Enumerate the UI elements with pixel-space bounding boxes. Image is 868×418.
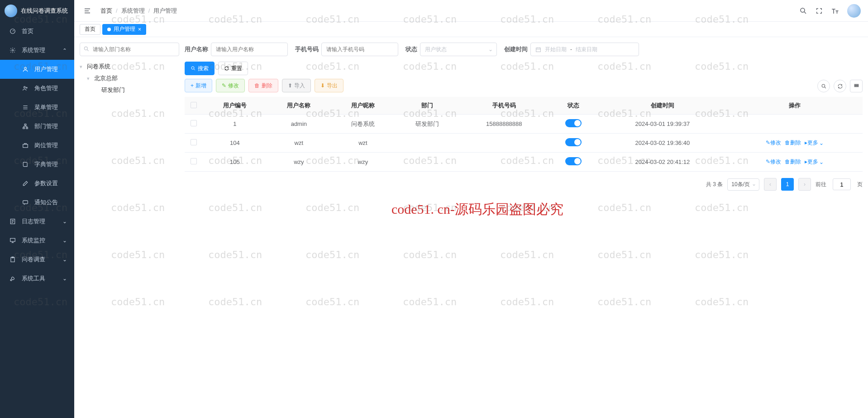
status-switch[interactable] — [565, 119, 582, 127]
svg-point-17 — [191, 67, 194, 69]
breadcrumb-home[interactable]: 首页 — [100, 7, 112, 15]
cell-dept — [395, 134, 459, 153]
chevron-down-icon: ⌄ — [62, 275, 67, 282]
row-checkbox[interactable] — [191, 158, 197, 164]
sidebar-item-user-manage[interactable]: 用户管理 — [0, 60, 74, 79]
users-icon — [22, 85, 29, 91]
col-status: 状态 — [549, 97, 598, 115]
row-more-link[interactable]: ▸更多 — [805, 139, 824, 147]
sidebar-item-label: 参数设置 — [34, 179, 58, 187]
cell-nickname: wzt — [331, 134, 395, 153]
cell-createtime: 2024-03-02 20:41:12 — [598, 153, 727, 172]
delete-button[interactable]: 🗑删除 — [248, 79, 278, 92]
svg-rect-22 — [854, 86, 855, 86]
date-range-picker[interactable]: 开始日期 - 结束日期 — [530, 43, 639, 56]
cell-dept — [395, 153, 459, 172]
dept-search-input[interactable] — [80, 43, 179, 56]
download-icon: ⬇ — [320, 82, 325, 89]
chevron-down-icon: ⌄ — [62, 256, 67, 263]
search-icon[interactable] — [799, 7, 807, 15]
avatar[interactable] — [847, 4, 861, 18]
refresh-icon — [224, 66, 229, 71]
col-username: 用户名称 — [267, 97, 331, 115]
svg-point-15 — [84, 47, 87, 50]
hide-search-icon[interactable] — [817, 80, 830, 92]
row-edit-link[interactable]: ✎修改 — [766, 158, 781, 166]
add-button[interactable]: +新增 — [185, 79, 212, 92]
fullscreen-icon[interactable] — [816, 7, 823, 14]
clipboard-icon — [9, 256, 16, 263]
row-delete-link[interactable]: 🗑删除 — [785, 158, 801, 166]
edit-icon — [22, 180, 29, 187]
tree-node-root[interactable]: ▾ 问卷系统 — [80, 61, 179, 72]
sitemap-icon — [22, 123, 29, 130]
page-size-select[interactable]: 10条/页 — [727, 178, 759, 191]
cell-username: wzt — [267, 134, 331, 153]
svg-point-3 — [24, 86, 26, 88]
sidebar-item-role-manage[interactable]: 角色管理 — [0, 79, 74, 98]
row-edit-link[interactable]: ✎修改 — [766, 139, 781, 147]
row-more-link[interactable]: ▸更多 — [805, 158, 824, 166]
cell-username: admin — [267, 115, 331, 134]
col-dept: 部门 — [395, 97, 459, 115]
export-button[interactable]: ⬇导出 — [315, 79, 343, 92]
tree-node[interactable]: 研发部门 — [94, 84, 179, 96]
caret-down-icon: ▾ — [87, 76, 92, 82]
sidebar-item-notice[interactable]: 通知公告 — [0, 193, 74, 212]
row-delete-link[interactable]: 🗑删除 — [785, 139, 801, 147]
row-checkbox[interactable] — [191, 120, 197, 126]
svg-rect-24 — [857, 86, 858, 86]
svg-point-2 — [24, 67, 27, 69]
import-button[interactable]: ⬆导入 — [282, 79, 311, 92]
edit-button[interactable]: ✎修改 — [216, 79, 245, 92]
tree-node[interactable]: ▾ 北京总部 — [87, 72, 179, 84]
columns-icon[interactable] — [850, 80, 863, 92]
sidebar-item-system-tools[interactable]: 系统工具 ⌄ — [0, 269, 74, 288]
sidebar-item-param-set[interactable]: 参数设置 — [0, 174, 74, 193]
sidebar-item-menu-manage[interactable]: 菜单管理 — [0, 98, 74, 117]
col-phone: 手机号码 — [459, 97, 549, 115]
sidebar-item-survey[interactable]: 问卷调查 ⌄ — [0, 250, 74, 269]
breadcrumb: 首页 / 系统管理 / 用户管理 — [100, 7, 799, 15]
status-switch[interactable] — [565, 138, 582, 146]
tab-home[interactable]: 首页 — [80, 24, 100, 35]
log-icon — [9, 218, 16, 225]
sidebar-item-home[interactable]: 首页 — [0, 22, 74, 41]
logo-icon — [5, 5, 17, 17]
svg-rect-5 — [24, 124, 26, 125]
prev-page-button[interactable]: ‹ — [764, 178, 777, 191]
reset-button[interactable]: 重置 — [218, 62, 248, 75]
search-button[interactable]: 搜索 — [185, 62, 215, 75]
cell-phone — [459, 134, 549, 153]
tab-label: 首页 — [85, 25, 95, 33]
sidebar-item-post-manage[interactable]: 岗位管理 — [0, 136, 74, 155]
sidebar-item-label: 首页 — [22, 27, 33, 35]
user-table: 用户编号 用户名称 用户昵称 部门 手机号码 状态 创建时间 操作 1admin… — [185, 97, 863, 172]
fontsize-icon[interactable] — [831, 7, 839, 15]
phone-input[interactable] — [321, 43, 398, 56]
sidebar-item-dict-manage[interactable]: 字典管理 — [0, 155, 74, 174]
search-icon — [83, 46, 90, 52]
table-row: 104wztwzt2024-03-02 19:36:40✎修改🗑删除▸更多 — [185, 134, 863, 153]
row-checkbox[interactable] — [191, 139, 197, 145]
svg-rect-19 — [854, 84, 855, 85]
hamburger-icon[interactable] — [81, 5, 93, 17]
sidebar-item-system-monitor[interactable]: 系统监控 ⌄ — [0, 231, 74, 250]
table-row: 1admin问卷系统研发部门158888888882024-03-01 19:3… — [185, 115, 863, 134]
sidebar-item-log-manage[interactable]: 日志管理 ⌄ — [0, 212, 74, 231]
status-select[interactable]: 用户状态 — [420, 43, 497, 56]
tab-user-manage[interactable]: 用户管理 × — [102, 24, 146, 35]
briefcase-icon — [22, 142, 29, 149]
status-switch[interactable] — [565, 157, 582, 165]
goto-page-input[interactable] — [833, 178, 851, 190]
sidebar-item-system-manage[interactable]: 系统管理 ⌄ — [0, 41, 74, 60]
sidebar-item-label: 岗位管理 — [34, 141, 58, 149]
select-all-checkbox[interactable] — [191, 102, 197, 108]
close-icon[interactable]: × — [138, 26, 141, 33]
page-number-button[interactable]: 1 — [781, 178, 794, 191]
next-page-button[interactable]: › — [798, 178, 811, 191]
refresh-icon[interactable] — [834, 80, 846, 92]
tree-node-label: 问卷系统 — [87, 62, 110, 71]
sidebar-item-dept-manage[interactable]: 部门管理 — [0, 117, 74, 136]
username-input[interactable] — [211, 43, 288, 56]
